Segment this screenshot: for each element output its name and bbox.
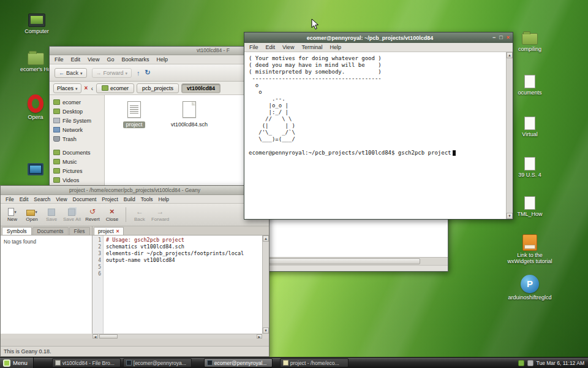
file-project[interactable]: project [112, 101, 156, 129]
geany-toolbar: NewOpenSaveSave AllRevertCloseBackForwar… [1, 204, 269, 226]
geany-titlebar[interactable]: project - /home/ecomer/pcb_projects/vt10… [1, 186, 269, 195]
sidebar-item-file-system[interactable]: File System [50, 116, 104, 125]
screen: Computerecomer's HoOpera compilingocumen… [0, 0, 588, 368]
code-line: # Usage: gsch2pcb project [106, 237, 269, 243]
menu-file[interactable]: File [6, 196, 14, 202]
code-area[interactable]: # Usage: gsch2pcb projectschematics vt10… [104, 236, 269, 334]
sidebar-item-music[interactable]: Music [50, 157, 104, 166]
menu-file[interactable]: File [55, 56, 64, 63]
back-button[interactable]: Back [55, 68, 87, 78]
close-button[interactable]: Close [104, 207, 120, 222]
terminal-titlebar[interactable]: ecomer@pennyroyal: ~/pcb_projects/vt100l… [244, 33, 513, 43]
menu-view[interactable]: View [88, 56, 99, 63]
scroll-left-chevron-icon[interactable] [91, 85, 93, 92]
scroll-down-icon[interactable] [507, 213, 513, 219]
menu-help[interactable]: Help [156, 56, 168, 63]
menu-file[interactable]: File [249, 44, 258, 50]
new-button[interactable]: New [4, 207, 20, 222]
editor-horizontal-scrollbar[interactable]: ◀ ▶ [92, 334, 262, 339]
menu-tools[interactable]: Tools [141, 196, 153, 202]
places-dropdown[interactable]: Places [53, 83, 81, 93]
toolbar-label: Save All [63, 217, 81, 222]
tab-project[interactable]: project [94, 227, 124, 235]
side-panel-tabs: SymbolsDocumentsFiles [1, 226, 92, 236]
sidebar-item-videos[interactable]: Videos [50, 175, 104, 185]
desktop-icon-computer[interactable]: Computer [16, 13, 58, 34]
sidebar-item-network[interactable]: Network [50, 125, 104, 134]
menu-help[interactable]: Help [159, 196, 169, 202]
menu-document[interactable]: Document [73, 196, 97, 202]
opera-icon [28, 94, 43, 113]
menu-view[interactable]: View [282, 44, 294, 50]
close-sidepane-icon[interactable] [85, 85, 88, 91]
menu-go[interactable]: Go [107, 56, 114, 63]
scroll-left-icon[interactable]: ◀ [92, 334, 98, 339]
sidebar-item-ecomer[interactable]: ecomer [50, 98, 104, 107]
desktop-icon-link-to-the-wxwidgets-tutorial[interactable]: Link to the wxWidgets tutorial [503, 234, 556, 264]
refresh-button[interactable] [145, 69, 151, 77]
breadcrumb-pcb-projects[interactable]: pcb_projects [137, 83, 179, 93]
scroll-down-icon[interactable] [263, 328, 269, 334]
taskbar-item-ecomer-pennyroya[interactable]: [ecomer@pennyroya... [123, 358, 192, 367]
line-number: 2 [92, 243, 103, 250]
geany-menubar: FileEditSearchViewDocumentProjectBuildTo… [1, 195, 269, 204]
tab-close-icon[interactable] [116, 228, 119, 234]
window-controls: −□× [492, 35, 510, 40]
caret-icon [14, 209, 17, 215]
toolbar-label: New [7, 217, 17, 222]
minimize-button[interactable]: − [492, 35, 496, 40]
open-button[interactable]: Open [24, 207, 40, 222]
document-tabs: project [92, 226, 269, 236]
tab-label: project [98, 228, 114, 234]
menu-edit[interactable]: Edit [266, 44, 276, 50]
terminal-screen[interactable]: ( Your motives for doing whatever good )… [244, 52, 513, 219]
scrollbar-handle[interactable] [99, 334, 118, 339]
menu-bookmarks[interactable]: Bookmarks [121, 56, 149, 63]
tab-symbols[interactable]: Symbols [2, 227, 32, 235]
revert-button[interactable]: Revert [85, 207, 100, 222]
places-caret-icon [75, 85, 78, 91]
breadcrumb-ecomer[interactable]: ecomer [96, 83, 134, 93]
file-vt100lcd84-sch[interactable]: vt100lcd84.sch [167, 101, 211, 129]
menu-edit[interactable]: Edit [20, 196, 29, 202]
sidebar-item-documents[interactable]: Documents [50, 148, 104, 157]
task-label: vt100lcd84 - File Bro... [62, 360, 115, 366]
sidebar-item-pictures[interactable]: Pictures [50, 166, 104, 175]
close-button[interactable]: × [507, 35, 510, 40]
taskbar-item-project-home-eco[interactable]: project - /home/eco... [280, 358, 349, 367]
code-editor[interactable]: 123456 # Usage: gsch2pcb projectschemati… [92, 236, 269, 334]
scrollbar-handle[interactable] [269, 258, 420, 264]
menu-button[interactable]: Menu [0, 358, 34, 368]
menu-edit[interactable]: Edit [71, 56, 81, 63]
maximize-button[interactable]: □ [499, 35, 502, 40]
tab-files[interactable]: Files [69, 227, 90, 235]
tray-volume-icon[interactable] [527, 360, 533, 366]
menu-build[interactable]: Build [124, 196, 135, 202]
editor-vertical-scrollbar[interactable] [262, 236, 269, 334]
scroll-right-icon[interactable]: ▶ [257, 334, 262, 339]
file-icon [127, 101, 141, 118]
taskbar-item-ecomer-pennyroyal[interactable]: ecomer@pennyroyal... [204, 358, 273, 367]
up-button[interactable] [137, 69, 140, 77]
clock[interactable]: Tue Mar 6, 11:12 AM [537, 360, 584, 366]
scroll-up-icon[interactable] [263, 236, 269, 242]
terminal-scrollbar[interactable] [506, 52, 513, 219]
folder-icon [522, 33, 538, 45]
sidebar-item-trash[interactable]: Trash [50, 134, 104, 144]
menu-terminal[interactable]: Terminal [301, 44, 322, 50]
tray-update-icon[interactable] [518, 360, 524, 366]
desktop-icon-arduinoshiftreglcd[interactable]: arduinoshiftreglcd [503, 275, 556, 301]
menu-search[interactable]: Search [34, 196, 50, 202]
menu-project[interactable]: Project [102, 196, 118, 202]
breadcrumb-vt100lcd84[interactable]: vt100lcd84 [181, 83, 221, 93]
menu-view[interactable]: View [56, 196, 67, 202]
scroll-up-icon[interactable] [507, 52, 513, 58]
menu-help[interactable]: Help [330, 44, 341, 50]
terminal-menubar: FileEditViewTerminalHelp [244, 43, 513, 52]
taskbar-item-vt100lcd84-file-bro[interactable]: vt100lcd84 - File Bro... [52, 358, 121, 367]
tab-documents[interactable]: Documents [32, 227, 69, 235]
file-label: project [123, 121, 145, 128]
toolbar-label: Open [26, 217, 38, 222]
forward-button[interactable]: Forward [92, 68, 132, 78]
sidebar-item-desktop[interactable]: Desktop [50, 107, 104, 116]
